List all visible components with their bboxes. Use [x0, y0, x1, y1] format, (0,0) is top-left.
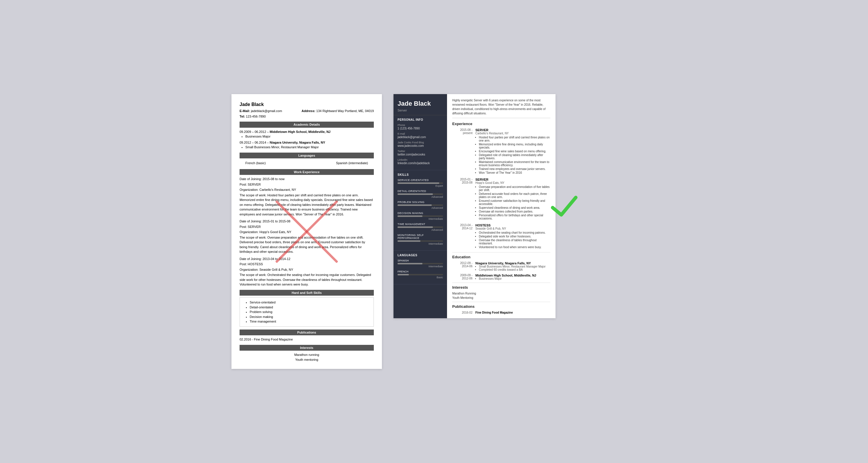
- edu-school-1: Niagara University, Niagara Falls, NY: [270, 141, 325, 144]
- divider-3: [452, 302, 550, 302]
- skill-item: SERVICE-ORIENTATED Expert: [398, 179, 443, 187]
- skills-list: Service-orientated Detail-orientated Pro…: [250, 300, 370, 324]
- work-org-2: Organization: Seaside Grill & Pub, NY: [240, 267, 374, 272]
- left-resume-wrapper: Jade Black E-Mail: jadeblack@gmail.com A…: [231, 94, 382, 369]
- skill-3: Decision making: [250, 315, 370, 319]
- work-dates-0: Date of Joining: 2015-08 to now: [240, 177, 374, 181]
- skill-item: TIME MANAGEMENT Advanced: [398, 223, 443, 231]
- edu-entry-1: 09.2012 – 06.2014 – Niagara University, …: [240, 140, 374, 150]
- pub-text: 02.2016 - Fine Dining Food Magazine: [240, 337, 374, 342]
- languages-section: Languages SPANISH Intermediate FRENCH Ba…: [394, 251, 447, 284]
- blog-label: Jade Cooks Food Blog: [398, 141, 443, 144]
- tel-label: Tel:: [240, 115, 245, 118]
- interest-0: Marathon running: [240, 352, 374, 357]
- skill-item: DECISION MAKING Intermediate: [398, 212, 443, 220]
- right-resume: Jade Black Server Personal Info Phone 1 …: [394, 94, 556, 318]
- interest-1: Youth mentoring: [240, 357, 374, 362]
- sidebar: Jade Black Server Personal Info Phone 1 …: [394, 94, 447, 318]
- linkedin-url: linkedin.com/in/jadeblack: [398, 162, 443, 165]
- skills-section: Skills SERVICE-ORIENTATED Expert DETAIL-…: [394, 170, 447, 251]
- exp-entry: 2015-08 -present SERVER Carbello's Resta…: [452, 128, 550, 175]
- skills-title: Skills: [398, 173, 443, 176]
- email-value-r: jadeblack@gmail.com: [398, 136, 443, 139]
- left-tel: Tel: 123-456-7890: [240, 114, 266, 119]
- edu-title: Education: [452, 255, 550, 259]
- right-resume-wrapper: Jade Black Server Personal Info Phone 1 …: [394, 94, 556, 318]
- interest-item: Marathon Running: [452, 292, 550, 295]
- pub-entry: 2016-02 Fine Dining Food Magazine: [452, 311, 550, 314]
- skill-item: DETAIL-ORIENTATED Advanced: [398, 190, 443, 198]
- edu-major-1: Small Businesses Minor, Restaurant Manag…: [245, 145, 374, 150]
- work-entry-0: Date of Joining: 2015-08 to now Post: SE…: [240, 177, 374, 216]
- edu-entry-0: 09.2009 – 06.2012 – Middletown High Scho…: [240, 129, 374, 139]
- left-tel-line: Tel: 123-456-7890: [240, 114, 374, 119]
- lang-bars: SPANISH Intermediate FRENCH Basic: [398, 259, 443, 279]
- skill-0: Service-orientated: [250, 300, 370, 305]
- work-scope-2: The scope of work: Orchestrated the seat…: [240, 272, 374, 287]
- lang-0: French (basic): [245, 161, 266, 166]
- left-email: E-Mail: jadeblack@gmail.com: [240, 109, 282, 114]
- lang-1: Spanish (intermediate): [336, 161, 368, 166]
- pub-title: Publications: [452, 304, 550, 309]
- edu-school-0: Middletown High School, Middleville, NJ: [270, 130, 331, 134]
- personal-info-section: Personal Info Phone 1 (123) 456-7890 E-m…: [394, 115, 447, 170]
- left-name: Jade Black: [240, 101, 374, 108]
- summary: Highly energetic Server with 6 years exp…: [452, 98, 550, 118]
- edu-dates-1: 09.2012 – 06.2014: [240, 141, 266, 144]
- academic-header: Academic Details: [240, 122, 374, 128]
- address-value: 134 Rightward Way Portland, ME, 04019: [316, 109, 374, 113]
- right-name: Jade Black: [398, 100, 443, 108]
- skill-4: Time management: [250, 319, 370, 324]
- interests-header: Interests: [240, 345, 374, 351]
- pub-entries: 2016-02 Fine Dining Food Magazine: [452, 311, 550, 314]
- interest-item: Youth Mentoring: [452, 296, 550, 299]
- blog-url: www.jadecooks.com: [398, 144, 443, 147]
- exp-title: Experience: [452, 122, 550, 126]
- lang-item: SPANISH Intermediate: [398, 259, 443, 268]
- edu-dates-0: 09.2009 – 06.2012: [240, 130, 266, 134]
- skill-2: Problem solving: [250, 310, 370, 315]
- divider-1: [452, 252, 550, 253]
- twitter-label: Twitter: [398, 150, 443, 153]
- exp-entry: 2015-01 -2015-08 SERVER Hopp's Good Eats…: [452, 178, 550, 221]
- work-entry-1: Date of Joining: 2015-01 to 2015-08 Post…: [240, 219, 374, 254]
- work-scope-1: The scope of work: Oversaw preparation a…: [240, 235, 374, 254]
- interest-entries: Marathon RunningYouth Mentoring: [452, 292, 550, 299]
- work-entry-2: Date of Joining: 2013-04 to 2014-12 Post…: [240, 257, 374, 287]
- lang-header: Languages: [240, 153, 374, 159]
- edu-entries: 2012-09 -2014-06 Niagara University, Nia…: [452, 261, 550, 280]
- page-container: Jade Black E-Mail: jadeblack@gmail.com A…: [231, 94, 637, 369]
- lang-item: FRENCH Basic: [398, 270, 443, 279]
- work-dates-1: Date of Joining: 2015-01 to 2015-08: [240, 219, 374, 224]
- left-resume: Jade Black E-Mail: jadeblack@gmail.com A…: [231, 94, 382, 369]
- left-contact-line: E-Mail: jadeblack@gmail.com Address: 134…: [240, 109, 374, 114]
- exp-entry: 2013-04 -2014-12 HOSTESS Seaside Grill &…: [452, 224, 550, 249]
- sidebar-name-area: Jade Black Server: [394, 94, 447, 115]
- right-title: Server: [398, 109, 443, 112]
- skills-header: Hard and Soft Skills: [240, 290, 374, 296]
- work-post-2: Post: HOSTESS: [240, 262, 374, 267]
- work-header: Work Experience: [240, 169, 374, 175]
- exp-entries: 2015-08 -present SERVER Carbello's Resta…: [452, 128, 550, 249]
- interests-title: Interests: [452, 285, 550, 290]
- edu-entry: 2012-09 -2014-06 Niagara University, Nia…: [452, 261, 550, 271]
- pub-header: Publications: [240, 329, 374, 336]
- skills-box: Service-orientated Detail-orientated Pro…: [240, 297, 374, 327]
- divider-2: [452, 283, 550, 283]
- main-content: Highly energetic Server with 6 years exp…: [447, 94, 556, 318]
- languages-title: Languages: [398, 254, 443, 257]
- edu-major-0: Businesses Major: [245, 134, 374, 139]
- work-org-1: Organization: Hopp's Good Eats, NY: [240, 230, 374, 235]
- skill-1: Detail-orientated: [250, 305, 370, 310]
- email-value: jadeblack@gmail.com: [251, 109, 282, 113]
- phone-value: 1 (123) 456-7890: [398, 127, 443, 130]
- tel-value: 123-456-7890: [246, 115, 266, 118]
- email-label-r: E-mail: [398, 132, 443, 135]
- work-dates-2: Date of Joining: 2013-04 to 2014-12: [240, 257, 374, 261]
- linkedin-label: LinkedIn: [398, 158, 443, 161]
- left-address: Address: 134 Rightward Way Portland, ME,…: [302, 109, 374, 114]
- edu-entry: 2009-09 -2012-06 Middletown High School,…: [452, 273, 550, 280]
- phone-label: Phone: [398, 124, 443, 126]
- skills-bars: SERVICE-ORIENTATED Expert DETAIL-ORIENTA…: [398, 179, 443, 245]
- skill-item: PROBLEM SOLVING Advanced: [398, 201, 443, 209]
